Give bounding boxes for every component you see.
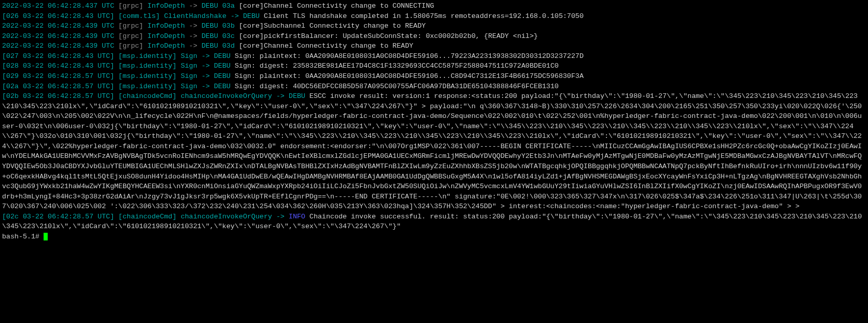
timestamp: 2022-03-22 06:42:28.437 UTC <box>2 2 114 10</box>
module: chaincodeInvokeOrQuery <box>180 213 272 220</box>
log-line: [02b 03-22 06:42:28.57 UTC] [chaincodeCm… <box>2 91 866 212</box>
component-tag: [grpc] <box>118 32 144 40</box>
message: Sign: digest: 235832BE981AEE17D4C8C1F133… <box>235 62 559 70</box>
arrow: -> <box>276 92 285 100</box>
module: InfoDepth <box>148 2 185 10</box>
message: [core]Channel Connectivity change to CON… <box>239 2 434 10</box>
component-tag: [grpc] <box>118 22 144 30</box>
level: INFO <box>289 213 305 220</box>
component-tag: [grpc] <box>118 42 144 50</box>
module: Sign <box>180 62 197 70</box>
log-line: [02c 03-22 06:42:28.57 UTC] [chaincodeCm… <box>2 212 866 232</box>
cursor-icon <box>44 233 48 240</box>
timestamp: [026 03-22 06:42:28.43 UTC] <box>2 12 114 20</box>
log-line: [026 03-22 06:42:28.43 UTC] [comm.tls] C… <box>2 11 866 22</box>
log-line: 2022-03-22 06:42:28.439 UTC [grpc] InfoD… <box>2 41 866 51</box>
arrow: -> <box>201 62 210 70</box>
component-tag: [msp.identity] <box>118 62 176 70</box>
log-line: 2022-03-22 06:42:28.437 UTC [grpc] InfoD… <box>2 1 866 11</box>
timestamp: [02c 03-22 06:42:28.57 UTC] <box>2 213 114 220</box>
level: DEBU <box>289 92 305 100</box>
message: Sign: plaintext: 0AA2090A8E0108031A0C08D… <box>235 72 584 80</box>
timestamp: [027 03-22 06:42:28.43 UTC] <box>2 52 114 60</box>
log-line: [02a 03-22 06:42:28.57 UTC] [msp.identit… <box>2 82 866 92</box>
level: DEBU <box>214 62 230 70</box>
level: DEBU 03a <box>201 2 235 10</box>
level: DEBU 03d <box>201 42 235 50</box>
module: chaincodeInvokeOrQuery <box>180 92 272 100</box>
level: DEBU 03c <box>201 32 235 40</box>
arrow: -> <box>189 2 197 10</box>
message: Sign: digest: 40DC56EDFCC8B5D587A095C007… <box>235 83 559 90</box>
timestamp: 2022-03-22 06:42:28.439 UTC <box>2 22 114 30</box>
module: InfoDepth <box>148 42 185 50</box>
arrow: -> <box>201 52 210 60</box>
module: Sign <box>180 52 197 60</box>
arrow: -> <box>189 22 197 30</box>
message: Client TLS handshake completed in 1.5806… <box>264 12 583 20</box>
component-tag: [msp.identity] <box>118 72 176 80</box>
level: DEBU <box>243 12 259 20</box>
timestamp: [02b 03-22 06:42:28.57 UTC] <box>2 92 114 100</box>
message: [core]Subchannel Connectivity change to … <box>239 22 426 30</box>
module: ClientHandshake <box>164 12 227 20</box>
log-line: 2022-03-22 06:42:28.439 UTC [grpc] InfoD… <box>2 21 866 31</box>
log-line: [029 03-22 06:42:28.57 UTC] [msp.identit… <box>2 71 866 82</box>
terminal-output[interactable]: 2022-03-22 06:42:28.437 UTC [grpc] InfoD… <box>0 0 868 243</box>
level: DEBU 03b <box>201 22 235 30</box>
component-tag: [chaincodeCmd] <box>118 92 176 100</box>
level: DEBU <box>214 52 230 60</box>
arrow: -> <box>231 12 239 20</box>
component-tag: [msp.identity] <box>118 83 176 90</box>
component-tag: [grpc] <box>118 2 144 10</box>
log-line: [027 03-22 06:42:28.43 UTC] [msp.identit… <box>2 51 866 62</box>
message: Sign: plaintext: 0AA2090A8E0108031A0C08D… <box>235 52 584 60</box>
message: [core]pickfirstBalancer: UpdateSubConnSt… <box>239 32 538 40</box>
message: [core]Channel Connectivity change to REA… <box>239 42 413 50</box>
component-tag: [chaincodeCmd] <box>118 213 176 220</box>
timestamp: [029 03-22 06:42:28.57 UTC] <box>2 72 114 80</box>
arrow: -> <box>189 42 197 50</box>
module: Sign <box>180 83 197 90</box>
timestamp: 2022-03-22 06:42:28.439 UTC <box>2 32 114 40</box>
component-tag: [msp.identity] <box>118 52 176 60</box>
timestamp: [02a 03-22 06:42:28.57 UTC] <box>2 83 114 90</box>
shell-prompt: bash-5.1# <box>2 233 44 240</box>
module: Sign <box>180 72 197 80</box>
message: ESCC invoke result: version:1 response:<… <box>2 92 862 210</box>
arrow: -> <box>189 32 197 40</box>
log-line: [028 03-22 06:42:28.43 UTC] [msp.identit… <box>2 61 866 71</box>
prompt-line[interactable]: bash-5.1# <box>2 232 866 242</box>
level: DEBU <box>214 72 230 80</box>
component-tag: [comm.tls] <box>118 12 160 20</box>
timestamp: [028 03-22 06:42:28.43 UTC] <box>2 62 114 70</box>
timestamp: 2022-03-22 06:42:28.439 UTC <box>2 42 114 50</box>
log-line: 2022-03-22 06:42:28.439 UTC [grpc] InfoD… <box>2 31 866 42</box>
level: DEBU <box>214 83 230 90</box>
module: InfoDepth <box>148 22 185 30</box>
module: InfoDepth <box>148 32 185 40</box>
arrow: -> <box>276 213 285 220</box>
arrow: -> <box>201 72 210 80</box>
arrow: -> <box>201 83 210 90</box>
